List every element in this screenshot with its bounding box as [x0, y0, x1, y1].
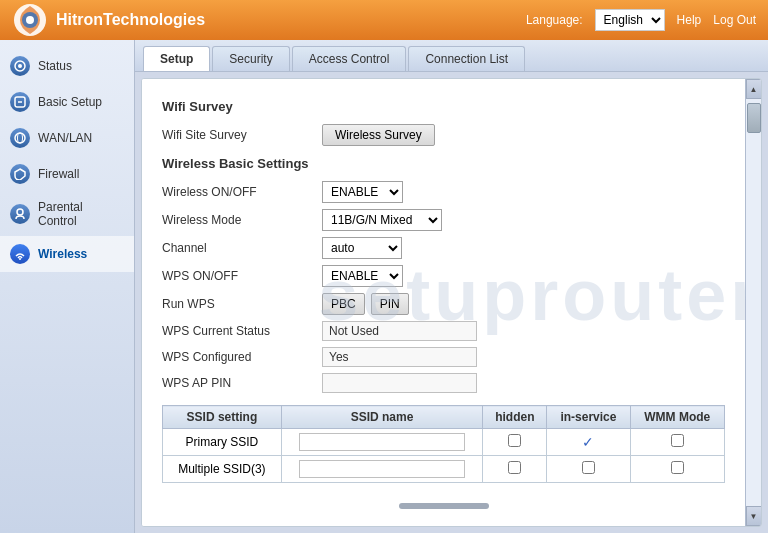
- primary-ssid-hidden-checkbox[interactable]: [508, 434, 521, 447]
- sidebar-item-wan-lan-label: WAN/LAN: [38, 131, 92, 145]
- scroll-thumb[interactable]: [747, 103, 761, 133]
- svg-point-7: [15, 133, 25, 143]
- wps-status-input[interactable]: [322, 321, 477, 341]
- hitron-logo-icon: [12, 2, 48, 38]
- wps-configured-input[interactable]: [322, 347, 477, 367]
- wifi-site-survey-value: Wireless Survey: [322, 124, 435, 146]
- sidebar-item-firewall[interactable]: Firewall: [0, 156, 134, 192]
- wps-status-row: WPS Current Status: [162, 321, 725, 341]
- primary-ssid-in-service: ✓: [547, 429, 630, 456]
- wireless-basic-section: Wireless Basic Settings Wireless ON/OFF …: [162, 156, 725, 393]
- content-panel: setuprouter Wifi Survey Wifi Site Survey…: [141, 78, 762, 527]
- channel-select[interactable]: auto 123611: [322, 237, 402, 259]
- sidebar-item-parental-control[interactable]: Parental Control: [0, 192, 134, 236]
- logout-link[interactable]: Log Out: [713, 13, 756, 27]
- tab-bar: Setup Security Access Control Connection…: [135, 40, 768, 72]
- primary-ssid-wmm: [630, 429, 725, 456]
- wps-configured-row: WPS Configured: [162, 347, 725, 367]
- wireless-mode-label: Wireless Mode: [162, 213, 322, 227]
- wps-configured-value: [322, 347, 477, 367]
- sidebar-item-wireless-label: Wireless: [38, 247, 87, 261]
- wireless-onoff-label: Wireless ON/OFF: [162, 185, 322, 199]
- sidebar-item-parental-label: Parental Control: [38, 200, 124, 228]
- wps-onoff-value: ENABLE DISABLE: [322, 265, 403, 287]
- scroll-track: [746, 99, 762, 506]
- scroll-up-button[interactable]: ▲: [746, 79, 762, 99]
- svg-point-9: [17, 209, 23, 215]
- col-ssid-name: SSID name: [281, 406, 482, 429]
- multiple-ssid-setting: Multiple SSID(3): [163, 456, 282, 483]
- main-layout: Status Basic Setup WAN/LAN Firewall Pare…: [0, 40, 768, 533]
- wireless-onoff-value: ENABLE DISABLE: [322, 181, 403, 203]
- sidebar: Status Basic Setup WAN/LAN Firewall Pare…: [0, 40, 135, 533]
- multiple-ssid-name-input[interactable]: [299, 460, 465, 478]
- sidebar-item-wan-lan[interactable]: WAN/LAN: [0, 120, 134, 156]
- primary-ssid-wmm-checkbox[interactable]: [671, 434, 684, 447]
- primary-ssid-hidden: [483, 429, 547, 456]
- logo-area: HitronTechnologies: [12, 2, 205, 38]
- wireless-survey-button[interactable]: Wireless Survey: [322, 124, 435, 146]
- col-in-service: in-service: [547, 406, 630, 429]
- wps-ap-pin-value: [322, 373, 477, 393]
- tab-security[interactable]: Security: [212, 46, 289, 71]
- channel-row: Channel auto 123611: [162, 237, 725, 259]
- multiple-ssid-in-service-checkbox[interactable]: [582, 461, 595, 474]
- run-wps-value: PBC PIN: [322, 293, 409, 315]
- sidebar-item-status[interactable]: Status: [0, 48, 134, 84]
- channel-value: auto 123611: [322, 237, 402, 259]
- sidebar-item-wireless[interactable]: Wireless: [0, 236, 134, 272]
- pin-button[interactable]: PIN: [371, 293, 409, 315]
- wifi-survey-title: Wifi Survey: [162, 99, 725, 114]
- multiple-ssid-hidden: [483, 456, 547, 483]
- sidebar-item-status-label: Status: [38, 59, 72, 73]
- pbc-button[interactable]: PBC: [322, 293, 365, 315]
- run-wps-label: Run WPS: [162, 297, 322, 311]
- wps-onoff-select[interactable]: ENABLE DISABLE: [322, 265, 403, 287]
- wps-ap-pin-input[interactable]: [322, 373, 477, 393]
- primary-ssid-setting: Primary SSID: [163, 429, 282, 456]
- svg-point-2: [26, 16, 34, 24]
- header-right: Language: English Help Log Out: [526, 9, 756, 31]
- sidebar-item-basic-setup-label: Basic Setup: [38, 95, 102, 109]
- multiple-ssid-wmm-checkbox[interactable]: [671, 461, 684, 474]
- svg-point-8: [18, 133, 23, 143]
- wireless-icon: [10, 244, 30, 264]
- scroll-down-button[interactable]: ▼: [746, 506, 762, 526]
- ssid-table-header: SSID setting SSID name hidden in-service…: [163, 406, 725, 429]
- primary-ssid-name-input[interactable]: [299, 433, 465, 451]
- wireless-mode-row: Wireless Mode 11B/G/N Mixed 11B/G Mixed …: [162, 209, 725, 231]
- wps-status-label: WPS Current Status: [162, 324, 322, 338]
- tab-connection-list[interactable]: Connection List: [408, 46, 525, 71]
- multiple-ssid-name: [281, 456, 482, 483]
- wps-onoff-row: WPS ON/OFF ENABLE DISABLE: [162, 265, 725, 287]
- multiple-ssid-hidden-checkbox[interactable]: [508, 461, 521, 474]
- primary-ssid-in-service-check: ✓: [582, 434, 594, 450]
- table-row: Primary SSID ✓: [163, 429, 725, 456]
- basic-setup-icon: [10, 92, 30, 112]
- primary-ssid-name: [281, 429, 482, 456]
- wifi-site-survey-row: Wifi Site Survey Wireless Survey: [162, 124, 725, 146]
- svg-point-10: [19, 258, 21, 260]
- table-row: Multiple SSID(3): [163, 456, 725, 483]
- h-scroll-area: [162, 503, 725, 509]
- h-scroll-thumb: [399, 503, 489, 509]
- parental-control-icon: [10, 204, 30, 224]
- sidebar-item-basic-setup[interactable]: Basic Setup: [0, 84, 134, 120]
- help-link[interactable]: Help: [677, 13, 702, 27]
- wps-ap-pin-row: WPS AP PIN: [162, 373, 725, 393]
- run-wps-row: Run WPS PBC PIN: [162, 293, 725, 315]
- wireless-onoff-select[interactable]: ENABLE DISABLE: [322, 181, 403, 203]
- content-area: Setup Security Access Control Connection…: [135, 40, 768, 533]
- wps-ap-pin-label: WPS AP PIN: [162, 376, 322, 390]
- wifi-survey-section: Wifi Survey Wifi Site Survey Wireless Su…: [162, 99, 725, 146]
- tab-setup[interactable]: Setup: [143, 46, 210, 71]
- content-scroll[interactable]: setuprouter Wifi Survey Wifi Site Survey…: [142, 79, 745, 526]
- wireless-mode-select[interactable]: 11B/G/N Mixed 11B/G Mixed 11N Only: [322, 209, 442, 231]
- header: HitronTechnologies Language: English Hel…: [0, 0, 768, 40]
- svg-point-4: [18, 64, 22, 68]
- tab-access-control[interactable]: Access Control: [292, 46, 407, 71]
- sidebar-item-firewall-label: Firewall: [38, 167, 79, 181]
- multiple-ssid-wmm: [630, 456, 725, 483]
- firewall-icon: [10, 164, 30, 184]
- language-select[interactable]: English: [595, 9, 665, 31]
